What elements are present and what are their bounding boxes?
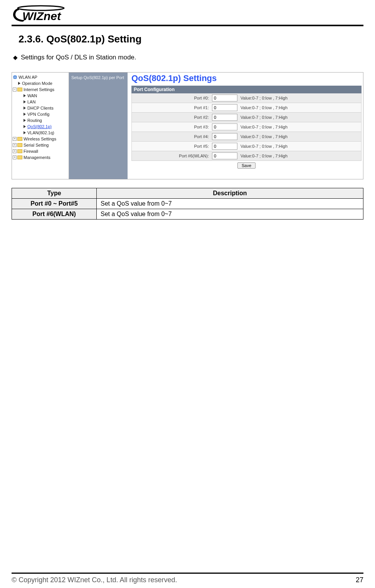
footer-page-number: 27: [356, 576, 363, 584]
port-label: Port #3:: [132, 123, 212, 131]
port-row: Port #6(WLAN):Value:0-7 ; 0:low , 7:High: [131, 151, 362, 161]
port-hint: Value:0-7 ; 0:low , 7:High: [240, 96, 288, 100]
tree-leaf[interactable]: Routing: [13, 117, 68, 123]
folder-icon: [17, 155, 22, 159]
globe-icon: [13, 75, 17, 79]
expand-icon[interactable]: +: [13, 155, 17, 159]
table-row: Port #6(WLAN)Set a QoS value from 0~7: [12, 209, 363, 220]
tree-leaf[interactable]: DHCP Clients: [13, 105, 68, 111]
port-row: Port #5:Value:0-7 ; 0:low , 7:High: [131, 142, 362, 151]
port-hint: Value:0-7 ; 0:low , 7:High: [240, 154, 288, 158]
port-value-input[interactable]: [212, 123, 237, 130]
description-table: Type Description Port #0 ~ Port#5Set a Q…: [12, 188, 363, 220]
port-row: Port #4:Value:0-7 ; 0:low , 7:High: [131, 132, 362, 142]
collapse-icon[interactable]: −: [13, 88, 17, 91]
nav-tree: WLAN AP Operation Mode − Internet Settin…: [12, 73, 69, 179]
description-cell: Set a QoS value from 0~7: [97, 209, 363, 220]
port-value-input[interactable]: [212, 114, 237, 121]
expand-icon[interactable]: +: [13, 149, 17, 153]
tree-branch[interactable]: +Serial Setting: [13, 142, 68, 148]
expand-icon[interactable]: +: [13, 143, 17, 147]
leaf-arrow-icon: [24, 100, 26, 103]
section-bullet: Settings for QoS / DLS in Station mode.: [13, 54, 363, 61]
config-screenshot: WLAN AP Operation Mode − Internet Settin…: [12, 72, 363, 179]
tree-leaf[interactable]: Operation Mode: [13, 80, 68, 86]
header-divider: [12, 25, 363, 26]
port-label: Port #6(WLAN):: [132, 152, 212, 160]
leaf-arrow-icon: [24, 119, 26, 122]
port-value-input[interactable]: [212, 133, 237, 140]
tree-root[interactable]: WLAN AP: [13, 74, 68, 80]
port-hint: Value:0-7 ; 0:low , 7:High: [240, 144, 288, 149]
tree-leaf[interactable]: VPN Config: [13, 111, 68, 117]
tree-branch[interactable]: +Wireless Settings: [13, 136, 68, 142]
section-heading: 2.3.6. QoS(802.1p) Setting: [18, 33, 363, 45]
tree-root-label: WLAN AP: [18, 74, 37, 80]
tree-leaf-label: Routing: [27, 117, 42, 123]
save-button[interactable]: Save: [237, 162, 256, 169]
footer-divider: [12, 573, 363, 574]
tree-leaf-label: WAN: [27, 93, 37, 99]
port-hint: Value:0-7 ; 0:low , 7:High: [240, 105, 288, 110]
tree-leaf-label: VLAN(802.1q): [27, 130, 54, 136]
port-label: Port #5:: [132, 142, 212, 150]
tree-leaf[interactable]: VLAN(802.1q): [13, 130, 68, 136]
folder-icon: [17, 137, 22, 141]
leaf-arrow-icon: [18, 82, 20, 85]
table-header-description: Description: [97, 188, 363, 199]
tree-branch-label: Managements: [24, 154, 50, 161]
tree-branch-internet[interactable]: − Internet Settings: [13, 86, 68, 93]
port-row: Port #1:Value:0-7 ; 0:low , 7:High: [131, 103, 362, 113]
type-cell: Port #6(WLAN): [12, 209, 97, 220]
svg-text:WIZnet: WIZnet: [22, 10, 62, 22]
tree-leaf-label: VPN Config: [27, 111, 49, 117]
folder-icon: [17, 143, 22, 147]
tree-branch-label: Internet Settings: [24, 86, 54, 93]
tree-leaf-label: Operation Mode: [22, 80, 52, 86]
port-config-header: Port Configuration: [131, 86, 362, 93]
table-header-type: Type: [12, 188, 97, 199]
port-row: Port #3:Value:0-7 ; 0:low , 7:High: [131, 122, 362, 132]
description-cell: Set a QoS value from 0~7: [97, 199, 363, 209]
leaf-arrow-icon: [24, 94, 26, 97]
leaf-arrow-icon: [24, 131, 26, 134]
port-value-input[interactable]: [212, 95, 237, 101]
tree-leaf-label: DHCP Clients: [27, 105, 54, 111]
tree-branch-label: Firewall: [24, 148, 38, 154]
folder-icon: [17, 88, 22, 91]
expand-icon[interactable]: +: [13, 137, 17, 141]
port-row: Port #2:Value:0-7 ; 0:low , 7:High: [131, 113, 362, 122]
tree-branch-label: Wireless Settings: [24, 136, 56, 142]
tree-leaf-label: LAN: [27, 99, 35, 105]
leaf-arrow-icon: [24, 106, 26, 110]
port-value-input[interactable]: [212, 143, 237, 150]
footer-copyright: © Copyright 2012 WIZnet Co., Ltd. All ri…: [12, 576, 177, 584]
port-hint: Value:0-7 ; 0:low , 7:High: [240, 125, 288, 129]
content-title: QoS(802.1p) Settings: [131, 73, 362, 83]
port-hint: Value:0-7 ; 0:low , 7:High: [240, 115, 288, 120]
tree-leaf-label: QoS(802.1p): [27, 123, 52, 130]
port-label: Port #0:: [132, 94, 212, 102]
description-pane: Setup QoS(802.1p) per Port: [69, 73, 128, 179]
type-cell: Port #0 ~ Port#5: [12, 199, 97, 209]
port-label: Port #1:: [132, 104, 212, 112]
port-value-input[interactable]: [212, 104, 237, 111]
tree-leaf[interactable]: QoS(802.1p): [13, 123, 68, 130]
port-row: Port #0:Value:0-7 ; 0:low , 7:High: [131, 93, 362, 103]
tree-branch[interactable]: +Firewall: [13, 148, 68, 154]
tree-leaf[interactable]: WAN: [13, 93, 68, 99]
port-label: Port #2:: [132, 113, 212, 121]
content-pane: QoS(802.1p) Settings Port Configuration …: [128, 73, 363, 179]
tree-branch[interactable]: +Managements: [13, 154, 68, 161]
port-hint: Value:0-7 ; 0:low , 7:High: [240, 134, 288, 139]
leaf-arrow-icon: [24, 113, 26, 116]
table-row: Port #0 ~ Port#5Set a QoS value from 0~7: [12, 199, 363, 209]
page-footer: © Copyright 2012 WIZnet Co., Ltd. All ri…: [12, 573, 363, 584]
port-label: Port #4:: [132, 133, 212, 140]
brand-logo: WIZnet: [12, 4, 363, 23]
tree-branch-label: Serial Setting: [24, 142, 49, 148]
port-value-input[interactable]: [212, 152, 237, 159]
folder-icon: [17, 149, 22, 153]
leaf-arrow-icon: [24, 125, 26, 128]
tree-leaf[interactable]: LAN: [13, 99, 68, 105]
